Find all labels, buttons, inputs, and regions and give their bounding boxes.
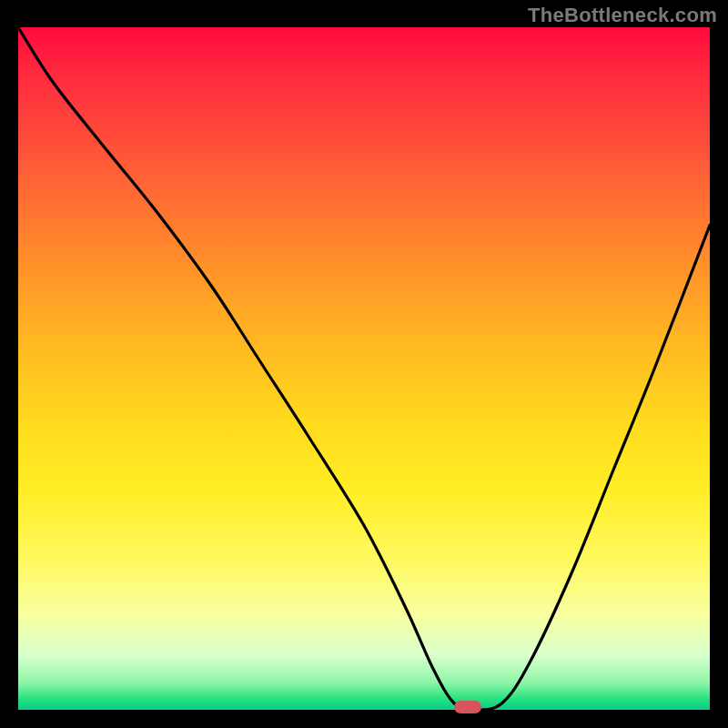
watermark-text: TheBottleneck.com xyxy=(528,4,717,27)
optimal-point-marker xyxy=(454,701,481,713)
plot-area xyxy=(18,27,710,710)
chart-frame: TheBottleneck.com xyxy=(0,0,728,728)
bottleneck-curve xyxy=(18,27,710,710)
